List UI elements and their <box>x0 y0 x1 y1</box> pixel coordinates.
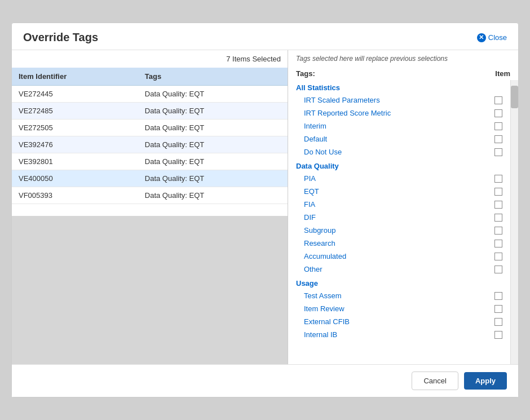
tag-row: Default <box>296 132 502 145</box>
cell-tags: Data Quality: EQT <box>138 103 288 120</box>
tag-checkbox[interactable] <box>494 201 502 209</box>
cell-tags: Data Quality: EQT <box>138 136 288 153</box>
tag-checkbox[interactable] <box>494 96 502 104</box>
tag-row: Do Not Use <box>296 145 502 158</box>
tag-checkbox[interactable] <box>494 135 502 143</box>
tag-checkbox[interactable] <box>494 240 502 247</box>
tag-row: Accumulated <box>296 250 502 263</box>
tag-row: Internal IB <box>296 328 502 341</box>
cancel-button[interactable]: Cancel <box>412 372 458 390</box>
cell-tags: Data Quality: EQT <box>138 187 288 204</box>
tag-checkbox[interactable] <box>494 109 502 117</box>
items-selected-count: 7 Items Selected <box>226 55 281 63</box>
table-body: VE272445 Data Quality: EQT VE272485 Data… <box>12 86 288 204</box>
table-header-row: Item Identifier Tags <box>12 68 288 86</box>
override-tags-modal: Override Tags ✕ Close 7 Items Selected I… <box>11 23 519 397</box>
tag-label: Internal IB <box>304 330 337 339</box>
scrollbar-thumb <box>511 86 518 108</box>
tags-content-area: All Statistics IRT Scaled Parameters IRT… <box>288 80 518 364</box>
cell-item-id: VE272445 <box>12 86 138 103</box>
tag-checkbox[interactable] <box>494 305 502 313</box>
cell-tags: Data Quality: EQT <box>138 120 288 136</box>
table-row[interactable]: VE392476 Data Quality: EQT <box>12 136 288 153</box>
cell-tags: Data Quality: EQT <box>138 153 288 170</box>
tag-row: IRT Scaled Parameters <box>296 94 502 107</box>
modal-footer: Cancel Apply <box>12 364 518 397</box>
tag-row: IRT Reported Score Metric <box>296 107 502 120</box>
tag-row: Interim <box>296 120 502 132</box>
tag-checkbox[interactable] <box>494 292 502 300</box>
tag-label: Accumulated <box>304 252 346 260</box>
tag-checkbox[interactable] <box>494 148 502 156</box>
tag-checkbox[interactable] <box>494 175 502 183</box>
table-row[interactable]: VE272445 Data Quality: EQT <box>12 86 288 103</box>
tags-main: All Statistics IRT Scaled Parameters IRT… <box>288 80 510 364</box>
tags-table-header: Tags: Item <box>288 67 518 80</box>
tag-label: IRT Scaled Parameters <box>304 96 380 104</box>
close-label: Close <box>488 33 507 42</box>
tag-checkbox[interactable] <box>494 331 502 339</box>
tag-label: DIF <box>304 213 316 222</box>
cell-item-id: VE272505 <box>12 120 138 136</box>
table-row[interactable]: VE400050 Data Quality: EQT <box>12 170 288 187</box>
cell-item-id: VE272485 <box>12 103 138 120</box>
tag-row: FIA <box>296 198 502 211</box>
items-table-container: Item Identifier Tags VE272445 Data Quali… <box>12 68 288 216</box>
left-panel: 7 Items Selected Item Identifier Tags VE… <box>12 50 288 364</box>
close-icon: ✕ <box>477 33 486 42</box>
tag-checkbox[interactable] <box>494 318 502 326</box>
tag-row: Test Assem <box>296 289 502 302</box>
tag-checkbox[interactable] <box>494 253 502 260</box>
cell-item-id: VE392476 <box>12 136 138 153</box>
tag-row: DIF <box>296 211 502 224</box>
tag-label: Do Not Use <box>304 148 342 156</box>
tag-row: Other <box>296 263 502 276</box>
tag-checkbox[interactable] <box>494 188 502 196</box>
tags-section-header: Data Quality <box>296 158 502 172</box>
tag-label: External CFIB <box>304 317 350 326</box>
tag-row: Item Review <box>296 302 502 315</box>
tag-checkbox[interactable] <box>494 266 502 273</box>
modal-title: Override Tags <box>23 31 98 44</box>
tag-row: Research <box>296 237 502 250</box>
tag-row: External CFIB <box>296 315 502 328</box>
table-row[interactable]: VE272505 Data Quality: EQT <box>12 120 288 136</box>
right-panel: Tags selected here will replace previous… <box>288 50 518 364</box>
tag-label: FIA <box>304 200 315 209</box>
tag-checkbox[interactable] <box>494 214 502 222</box>
tag-label: Default <box>304 135 327 143</box>
tag-label: Other <box>304 265 323 273</box>
scrollbar <box>510 80 518 364</box>
empty-area <box>12 216 288 364</box>
tag-label: Research <box>304 239 335 247</box>
tags-section-header: All Statistics <box>296 80 502 94</box>
col-tags: Tags <box>138 68 288 86</box>
tag-label: Test Assem <box>304 291 341 300</box>
cell-tags: Data Quality: EQT <box>138 170 288 187</box>
tag-label: EQT <box>304 187 319 196</box>
cell-item-id: VE392801 <box>12 153 138 170</box>
right-panel-notice: Tags selected here will replace previous… <box>288 50 518 67</box>
modal-header: Override Tags ✕ Close <box>12 23 518 50</box>
cell-item-id: VF005393 <box>12 187 138 204</box>
tag-checkbox[interactable] <box>494 227 502 235</box>
items-table: Item Identifier Tags VE272445 Data Quali… <box>12 68 288 204</box>
tags-section-header: Usage <box>296 276 502 289</box>
table-row[interactable]: VF005393 Data Quality: EQT <box>12 187 288 204</box>
modal-body: 7 Items Selected Item Identifier Tags VE… <box>12 50 518 364</box>
table-row[interactable]: VE392801 Data Quality: EQT <box>12 153 288 170</box>
tag-label: Interim <box>304 122 326 130</box>
tag-row: PIA <box>296 172 502 185</box>
tag-label: Item Review <box>304 304 344 313</box>
close-button[interactable]: ✕ Close <box>477 33 507 42</box>
col-item-identifier: Item Identifier <box>12 68 138 86</box>
apply-button[interactable]: Apply <box>464 372 507 390</box>
tag-row: Subgroup <box>296 224 502 237</box>
table-row[interactable]: VE272485 Data Quality: EQT <box>12 103 288 120</box>
items-selected-bar: 7 Items Selected <box>12 50 288 68</box>
tag-label: Subgroup <box>304 226 335 235</box>
cell-tags: Data Quality: EQT <box>138 86 288 103</box>
tag-label: PIA <box>304 174 316 183</box>
tag-row: EQT <box>296 185 502 198</box>
tag-checkbox[interactable] <box>494 122 502 130</box>
